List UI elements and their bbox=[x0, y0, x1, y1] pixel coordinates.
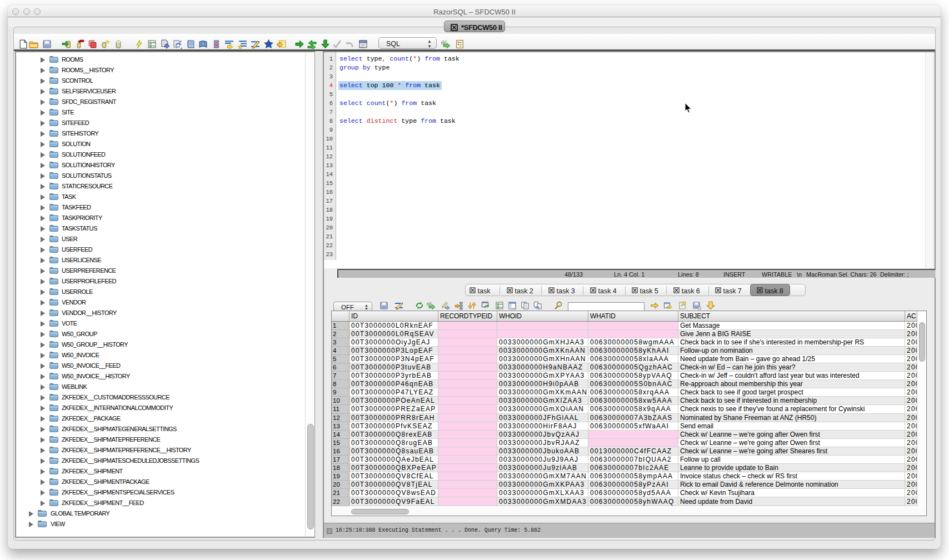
svg-text:66: 66 bbox=[441, 39, 447, 46]
svg-text:66: 66 bbox=[427, 301, 432, 307]
